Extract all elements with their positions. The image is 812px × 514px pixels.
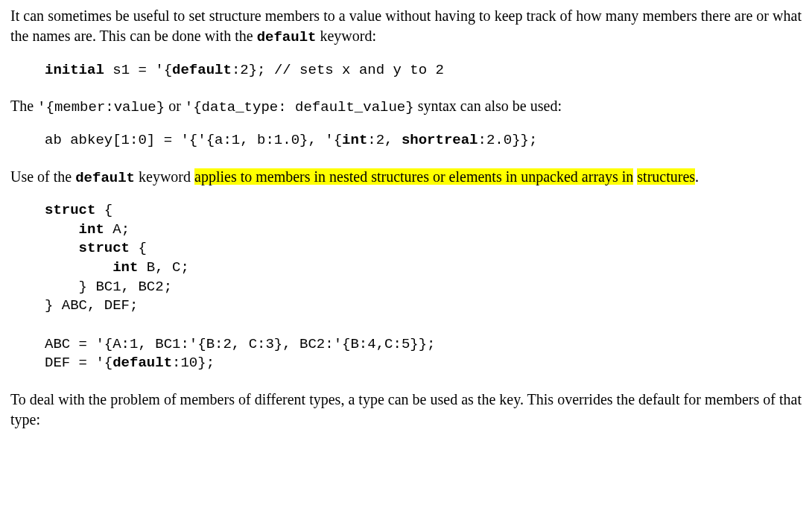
code-text: } ABC, DEF; (45, 297, 138, 314)
indent (45, 240, 79, 256)
text: keyword (135, 168, 194, 185)
text: The (10, 98, 37, 114)
keyword-default: default (112, 355, 172, 371)
keyword-default: default (172, 62, 232, 78)
text: syntax can also be used: (414, 98, 562, 114)
text: or (165, 98, 185, 114)
text: Use of the (10, 168, 75, 185)
code-block-struct: struct { int A; struct { int B, C; } BC1… (45, 201, 802, 373)
highlighted-text-line1: applies to members in nested structures … (194, 168, 633, 185)
code-text: { (130, 240, 147, 256)
indent (45, 259, 112, 276)
text: It can sometimes be useful to set struct… (10, 7, 802, 44)
keyword-int: int (79, 221, 104, 238)
code-text: ABC = '{A:1, BC1:'{B:2, C:3}, BC2:'{B:4,… (45, 336, 436, 352)
paragraph-intro: It can sometimes be useful to set struct… (10, 6, 802, 48)
code-text: s1 = '{ (104, 62, 172, 78)
code-inline-member: '{member:value} (37, 99, 165, 115)
keyword-struct: struct (45, 202, 95, 218)
text: keyword: (316, 28, 376, 44)
blank-line (45, 317, 53, 333)
code-text: :10}; (172, 355, 215, 371)
keyword-int: int (112, 259, 138, 276)
keyword-default: default (257, 29, 317, 45)
code-text: B, C; (138, 259, 188, 276)
text: To deal with the problem of members of d… (10, 391, 802, 428)
paragraph-default-usage: Use of the default keyword applies to me… (10, 167, 802, 188)
code-text: :2.0}}; (478, 132, 538, 148)
document-page: It can sometimes be useful to set struct… (0, 0, 812, 514)
code-text: } BC1, BC2; (45, 279, 172, 295)
paragraph-syntax: The '{member:value} or '{data_type: defa… (10, 96, 802, 118)
paragraph-type-key: To deal with the problem of members of d… (10, 390, 802, 430)
code-text: ab abkey[1:0] = '{'{a:1, b:1.0}, '{ (45, 132, 342, 148)
code-text: DEF = '{ (45, 355, 112, 371)
text: . (695, 168, 699, 185)
code-text: { (95, 202, 112, 218)
code-block-initial: initial s1 = '{default:2}; // sets x and… (45, 61, 802, 80)
code-text: A; (104, 221, 130, 238)
keyword-default: default (75, 170, 135, 186)
keyword-int: int (342, 132, 367, 148)
keyword-struct: struct (79, 240, 130, 256)
code-text: :2, (367, 132, 402, 148)
keyword-initial: initial (45, 62, 104, 78)
highlighted-text-line2: structures (637, 168, 695, 185)
code-inline-datatype: '{data_type: default_value} (185, 99, 414, 115)
indent (45, 221, 79, 238)
code-block-abkey: ab abkey[1:0] = '{'{a:1, b:1.0}, '{int:2… (45, 131, 802, 150)
code-text: :2}; // sets x and y to 2 (232, 62, 444, 78)
keyword-shortreal: shortreal (402, 132, 478, 148)
